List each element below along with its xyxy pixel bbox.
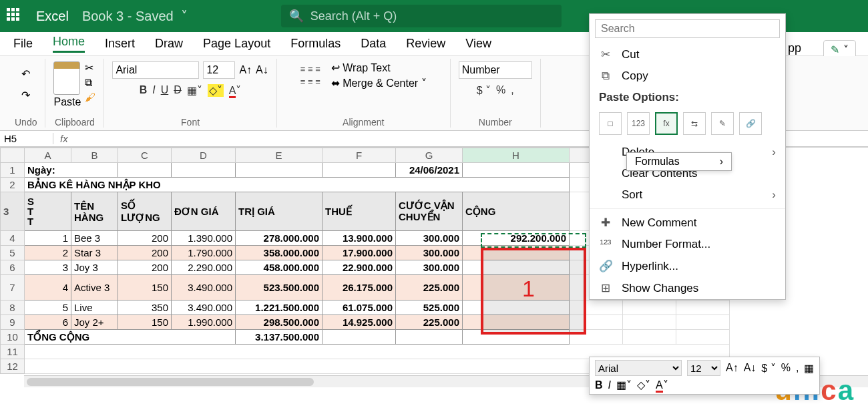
ctx-hyperlink[interactable]: 🔗Hyperlink...: [590, 255, 785, 277]
cell[interactable]: 3.490.000: [172, 275, 236, 300]
cell[interactable]: 17.900.000: [322, 246, 396, 260]
paste-button[interactable]: [53, 61, 80, 95]
cell[interactable]: Bee 3: [71, 231, 118, 246]
mini-font-color[interactable]: A˅: [656, 379, 668, 391]
document-name[interactable]: Book 3 - Saved ˅: [82, 8, 188, 24]
tab-formulas[interactable]: Formulas: [290, 37, 341, 51]
shrink-font-icon[interactable]: A↓: [256, 64, 268, 76]
mini-percent[interactable]: %: [781, 362, 791, 374]
cell[interactable]: [463, 260, 570, 275]
paste-opt-link[interactable]: 🔗: [739, 112, 762, 135]
ctx-show-changes[interactable]: ⊞Show Changes: [590, 277, 785, 299]
currency-button[interactable]: $ ˅: [477, 84, 491, 97]
cell[interactable]: 1.390.000: [172, 231, 236, 246]
paste-opt-transpose[interactable]: ⇆: [683, 112, 706, 135]
paste-opt-values[interactable]: 123: [627, 112, 650, 135]
ctx-number-format[interactable]: ¹²³Number Format...: [590, 234, 785, 255]
cell[interactable]: 13.900.000: [322, 231, 396, 246]
ctx-copy[interactable]: ⧉Copy: [590, 65, 785, 87]
fill-color-button[interactable]: ◇˅: [208, 84, 224, 97]
cell[interactable]: 1.790.000: [172, 246, 236, 260]
font-size-select[interactable]: [203, 61, 235, 79]
cell[interactable]: 225.000: [396, 315, 463, 330]
cell[interactable]: 6: [25, 315, 71, 330]
date-label[interactable]: Ngày:: [25, 163, 118, 178]
date-value[interactable]: 24/06/2021: [396, 163, 463, 178]
cell[interactable]: 200: [118, 231, 172, 246]
total-label[interactable]: TỔNG CỘNG: [25, 330, 236, 345]
cell[interactable]: [463, 300, 570, 315]
cell[interactable]: 3: [25, 260, 71, 275]
cell[interactable]: 225.000: [396, 275, 463, 300]
name-box[interactable]: H5: [0, 133, 53, 144]
cell[interactable]: Joy 2+: [71, 315, 118, 330]
cell[interactable]: 200: [118, 260, 172, 275]
tab-page-layout[interactable]: Page Layout: [203, 37, 270, 51]
app-launcher-icon[interactable]: [7, 8, 23, 24]
tab-view[interactable]: View: [465, 37, 491, 51]
cell[interactable]: Active 3: [71, 275, 118, 300]
font-color-button[interactable]: A˅: [229, 84, 242, 97]
tab-home[interactable]: Home: [53, 35, 85, 53]
cell[interactable]: 61.075.000: [322, 300, 396, 315]
cell[interactable]: 300.000: [396, 260, 463, 275]
cell[interactable]: Joy 3: [71, 260, 118, 275]
cell[interactable]: 2: [25, 246, 71, 260]
ctx-new-comment[interactable]: ✚New Comment: [590, 212, 785, 234]
number-format-select[interactable]: [459, 61, 532, 79]
undo-button[interactable]: ↶: [17, 64, 35, 83]
cell[interactable]: [463, 315, 570, 330]
tab-draw[interactable]: Draw: [155, 37, 183, 51]
mini-fill[interactable]: ◇˅: [637, 379, 650, 391]
cell[interactable]: 1.221.500.000: [236, 300, 322, 315]
cell[interactable]: 298.500.000: [236, 315, 322, 330]
cell[interactable]: 14.925.000: [322, 315, 396, 330]
fx-label[interactable]: fx: [53, 133, 75, 144]
italic-button[interactable]: I: [152, 84, 155, 97]
sheet-title[interactable]: BẢNG KÊ HÀNG NHẬP KHO: [25, 178, 570, 192]
tab-data[interactable]: Data: [361, 37, 386, 51]
grow-font-icon[interactable]: A↑: [239, 64, 252, 76]
paste-opt-formatting[interactable]: ✎: [711, 112, 734, 135]
cell[interactable]: 5: [25, 300, 71, 315]
mini-border2[interactable]: ▦˅: [616, 379, 632, 391]
ctx-cut[interactable]: ✂Cut: [590, 43, 785, 65]
total-value[interactable]: 3.137.500.000: [236, 330, 322, 345]
cell[interactable]: [463, 275, 570, 300]
cut-icon[interactable]: ✂: [85, 61, 95, 74]
tab-insert[interactable]: Insert: [105, 37, 135, 51]
paste-opt-formulas[interactable]: fx: [655, 112, 678, 135]
merge-center-button[interactable]: ⬌ Merge & Center ˅: [331, 77, 427, 89]
ctx-sort[interactable]: Sort›: [590, 184, 785, 206]
cell[interactable]: 523.500.000: [236, 275, 322, 300]
font-name-select[interactable]: [112, 61, 199, 79]
redo-button[interactable]: ↷: [17, 85, 35, 104]
cell[interactable]: 350: [118, 300, 172, 315]
wrap-text-button[interactable]: ↩ Wrap Text: [331, 61, 427, 74]
cell[interactable]: 150: [118, 275, 172, 300]
mini-bold[interactable]: B: [595, 379, 603, 391]
tab-review[interactable]: Review: [406, 37, 445, 51]
comma-button[interactable]: ,: [511, 84, 513, 97]
tab-file[interactable]: File: [13, 37, 33, 51]
cell[interactable]: 292.200.000: [463, 231, 570, 246]
cell[interactable]: 300.000: [396, 246, 463, 260]
cell[interactable]: 300.000: [396, 231, 463, 246]
cell[interactable]: 2.290.000: [172, 260, 236, 275]
cell[interactable]: 150: [118, 315, 172, 330]
strike-button[interactable]: D: [174, 84, 182, 97]
paste-opt-all[interactable]: □: [599, 112, 622, 135]
cell[interactable]: 278.000.000: [236, 231, 322, 246]
cell[interactable]: 458.000.000: [236, 260, 322, 275]
cell[interactable]: 358.000.000: [236, 246, 322, 260]
cell[interactable]: 3.490.000: [172, 300, 236, 315]
mini-shrink-font[interactable]: A↓: [744, 362, 756, 374]
cell[interactable]: 525.000: [396, 300, 463, 315]
mini-currency[interactable]: $ ˅: [761, 362, 775, 375]
border-button[interactable]: ▦˅: [187, 84, 202, 97]
underline-button[interactable]: U: [161, 84, 169, 97]
cell[interactable]: Star 3: [71, 246, 118, 260]
mini-size-select[interactable]: 12: [687, 360, 720, 376]
search-box[interactable]: 🔍 Search (Alt + Q): [281, 5, 562, 27]
percent-button[interactable]: %: [496, 84, 505, 97]
